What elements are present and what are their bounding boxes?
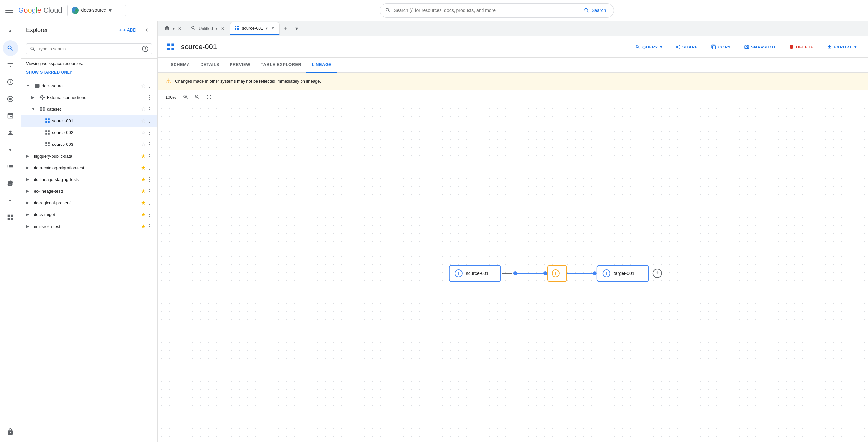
- dataset-icon: [39, 106, 45, 112]
- global-search-button[interactable]: Search: [581, 6, 609, 14]
- star-docs-source[interactable]: ☆: [141, 83, 146, 89]
- tab-more-button[interactable]: ▾: [291, 24, 302, 34]
- tree-item-dc-staging[interactable]: ▶ dc-lineage-staging-tests ★ ⋮: [21, 173, 157, 185]
- sub-tab-details[interactable]: DETAILS: [195, 58, 224, 72]
- tree-item-external-connections[interactable]: ▶ External connections ⋮: [21, 91, 157, 103]
- star-source-001[interactable]: ☆: [141, 118, 146, 124]
- rail-person-icon[interactable]: [3, 125, 18, 140]
- query-button[interactable]: QUERY ▾: [631, 42, 666, 52]
- tree-item-source-003[interactable]: source-003 ☆ ⋮: [21, 138, 157, 150]
- star-target[interactable]: ★: [141, 212, 146, 218]
- delete-button[interactable]: DELETE: [785, 42, 817, 52]
- tree-item-source-001[interactable]: source-001 ☆ ⋮: [21, 115, 157, 127]
- dot-3: [593, 272, 597, 275]
- more-source-003[interactable]: ⋮: [147, 141, 152, 148]
- add-button[interactable]: + + ADD: [117, 25, 139, 34]
- collapse-panel-button[interactable]: [142, 25, 152, 35]
- rail-lock-icon[interactable]: [3, 424, 18, 439]
- rail-dot-icon[interactable]: [3, 24, 18, 39]
- more-docs-source[interactable]: ⋮: [147, 83, 152, 89]
- tree-item-bigquery-public-data[interactable]: ▶ bigquery-public-data ★ ⋮: [21, 150, 157, 162]
- more-emilsroka[interactable]: ⋮: [147, 223, 152, 229]
- more-source-001[interactable]: ⋮: [147, 118, 152, 124]
- rail-grid-icon[interactable]: [3, 210, 18, 225]
- add-node-button[interactable]: +: [653, 269, 662, 278]
- home-tab-arrow: ▾: [173, 26, 175, 31]
- more-regional[interactable]: ⋮: [147, 200, 152, 206]
- copy-button[interactable]: COPY: [707, 42, 735, 52]
- star-emilsroka[interactable]: ★: [141, 223, 146, 229]
- star-source-003[interactable]: ☆: [141, 141, 146, 148]
- rail-dot2-icon[interactable]: [3, 142, 18, 158]
- zoom-in-button[interactable]: [181, 92, 190, 101]
- more-external[interactable]: ⋮: [147, 94, 152, 101]
- export-button[interactable]: EXPORT ▾: [823, 42, 860, 52]
- close-home-tab[interactable]: ✕: [177, 26, 182, 31]
- global-search-bar[interactable]: Search: [380, 3, 614, 18]
- rail-wrench-icon[interactable]: [3, 176, 18, 191]
- rail-pin-icon[interactable]: [3, 108, 18, 124]
- zoom-out-button[interactable]: [193, 92, 202, 101]
- warning-banner: ⚠ Changes made in other systems may not …: [158, 72, 868, 90]
- sub-tab-table-explorer[interactable]: TABLE EXPLORER: [255, 58, 307, 72]
- more-staging[interactable]: ⋮: [147, 177, 152, 183]
- warning-text: Changes made in other systems may not be…: [175, 79, 321, 84]
- rail-list-icon[interactable]: [3, 159, 18, 175]
- tree-item-dc-regional[interactable]: ▶ dc-regional-prober-1 ★ ⋮: [21, 197, 157, 209]
- more-target[interactable]: ⋮: [147, 212, 152, 218]
- star-catalog[interactable]: ★: [141, 165, 146, 171]
- global-search-input[interactable]: [394, 8, 579, 13]
- tree-item-dataset[interactable]: ▼ dataset ☆ ⋮: [21, 103, 157, 115]
- tree-item-dc-lineage[interactable]: ▶ dc-lineage-tests ★ ⋮: [21, 185, 157, 197]
- help-icon[interactable]: ?: [142, 45, 149, 52]
- tab-home[interactable]: ▾ ✕: [160, 22, 186, 35]
- more-bq[interactable]: ⋮: [147, 153, 152, 159]
- source-001-node-label: source-001: [466, 271, 489, 276]
- more-lineage[interactable]: ⋮: [147, 188, 152, 194]
- sub-tab-lineage[interactable]: LINEAGE: [306, 58, 337, 72]
- star-staging[interactable]: ★: [141, 177, 146, 183]
- more-catalog[interactable]: ⋮: [147, 165, 152, 171]
- rail-filter-icon[interactable]: [3, 57, 18, 73]
- lineage-node-source-001[interactable]: i source-001: [449, 265, 501, 282]
- share-button[interactable]: SHARE: [671, 42, 702, 52]
- zoom-fit-button[interactable]: [205, 92, 214, 101]
- expand-arrow-docs-source: ▼: [26, 83, 33, 88]
- tree-label-source-003: source-003: [52, 142, 140, 147]
- more-dataset[interactable]: ⋮: [147, 106, 152, 112]
- sub-tab-preview[interactable]: PREVIEW: [225, 58, 255, 72]
- more-source-002[interactable]: ⋮: [147, 130, 152, 136]
- star-lineage[interactable]: ★: [141, 188, 146, 194]
- star-bq[interactable]: ★: [141, 153, 146, 159]
- tree-item-docs-source[interactable]: ▼ docs-source ☆ ⋮: [21, 80, 157, 91]
- rail-star-icon[interactable]: [3, 91, 18, 107]
- star-regional[interactable]: ★: [141, 200, 146, 206]
- hamburger-menu[interactable]: [5, 6, 13, 14]
- show-starred-button[interactable]: SHOW STARRED ONLY: [21, 69, 157, 78]
- rail-dot3-icon[interactable]: [3, 193, 18, 208]
- snapshot-button[interactable]: SNAPSHOT: [740, 42, 780, 52]
- tree-item-emilsroka[interactable]: ▶ emilsroka-test ★ ⋮: [21, 220, 157, 232]
- tree-item-data-catalog[interactable]: ▶ data-catalog-migration-test ★ ⋮: [21, 162, 157, 173]
- lineage-node-middle[interactable]: i: [547, 265, 567, 282]
- tree-item-docs-target[interactable]: ▶ docs-target ★ ⋮: [21, 209, 157, 220]
- zoom-level: 100%: [165, 95, 179, 100]
- lineage-canvas[interactable]: i source-001 i: [158, 104, 868, 442]
- rail-clock-icon[interactable]: [3, 74, 18, 90]
- lineage-node-target-001[interactable]: i target-001: [597, 265, 649, 282]
- close-untitled-tab[interactable]: ✕: [220, 26, 225, 31]
- rail-search-icon[interactable]: [3, 40, 18, 56]
- star-dataset[interactable]: ☆: [141, 106, 146, 112]
- untitled-tab-arrow: ▾: [216, 26, 217, 31]
- project-selector[interactable]: docs-source ▾: [67, 5, 126, 16]
- google-cloud-logo[interactable]: Google Cloud: [18, 6, 62, 14]
- tab-untitled[interactable]: Untitled ▾ ✕: [187, 22, 229, 35]
- sub-tab-schema[interactable]: SCHEMA: [165, 58, 195, 72]
- explorer-search-input[interactable]: [38, 46, 140, 52]
- close-source-001-tab[interactable]: ✕: [270, 26, 275, 31]
- target-001-node-label: target-001: [614, 271, 634, 276]
- add-tab-button[interactable]: +: [280, 24, 291, 34]
- tree-item-source-002[interactable]: source-002 ☆ ⋮: [21, 127, 157, 138]
- tab-source-001[interactable]: source-001 ▾ ✕: [230, 22, 280, 35]
- star-source-002[interactable]: ☆: [141, 130, 146, 136]
